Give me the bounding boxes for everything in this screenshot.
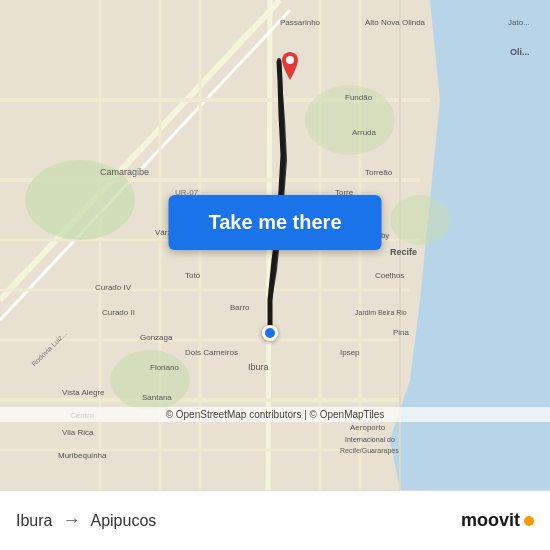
svg-text:Internacional do: Internacional do <box>345 436 395 443</box>
moovit-dot-icon <box>524 516 534 526</box>
svg-text:Fundão: Fundão <box>345 93 373 102</box>
svg-text:Dois Carneiros: Dois Carneiros <box>185 348 238 357</box>
svg-text:Torreão: Torreão <box>365 168 393 177</box>
map-attribution: © OpenStreetMap contributors | © OpenMap… <box>0 407 550 422</box>
destination-label: Apipucos <box>90 512 156 530</box>
svg-text:Recife: Recife <box>390 247 417 257</box>
svg-text:Ibura: Ibura <box>248 362 269 372</box>
origin-label: Ibura <box>16 512 52 530</box>
map-container: Camaragibe Várzea Recife Torre Barro Der… <box>0 0 550 490</box>
svg-text:Barro: Barro <box>230 303 250 312</box>
svg-text:Jardim Beira Rio: Jardim Beira Rio <box>355 309 407 316</box>
bottom-bar: Ibura → Apipucos moovit <box>0 490 550 550</box>
svg-text:Santana: Santana <box>142 393 172 402</box>
svg-text:Floriano: Floriano <box>150 363 179 372</box>
svg-text:Camaragibe: Camaragibe <box>100 167 149 177</box>
moovit-logo: moovit <box>461 510 534 531</box>
moovit-brand-text: moovit <box>461 510 520 531</box>
svg-text:Pina: Pina <box>393 328 410 337</box>
svg-text:Aeroporto: Aeroporto <box>350 423 386 432</box>
svg-text:Alto Nova Olinda: Alto Nova Olinda <box>365 18 426 27</box>
svg-text:Vista Alegre: Vista Alegre <box>62 388 105 397</box>
svg-text:Curado IV: Curado IV <box>95 283 132 292</box>
svg-text:Ipsep: Ipsep <box>340 348 360 357</box>
route-info: Ibura → Apipucos <box>16 510 461 531</box>
svg-text:Passarinho: Passarinho <box>280 18 321 27</box>
destination-pin <box>278 52 302 84</box>
svg-text:Gonzaga: Gonzaga <box>140 333 173 342</box>
take-me-there-button[interactable]: Take me there <box>168 195 381 250</box>
svg-text:Arruda: Arruda <box>352 128 377 137</box>
svg-text:Jato...: Jato... <box>508 18 530 27</box>
svg-text:Oli...: Oli... <box>510 47 530 57</box>
svg-point-57 <box>286 56 294 64</box>
route-arrow-icon: → <box>62 510 80 531</box>
origin-pin <box>262 325 278 341</box>
svg-text:Curado II: Curado II <box>102 308 135 317</box>
svg-point-21 <box>390 195 450 245</box>
svg-text:Muribequinha: Muribequinha <box>58 451 107 460</box>
svg-text:Coelhos: Coelhos <box>375 271 404 280</box>
svg-text:Vila Rica: Vila Rica <box>62 428 94 437</box>
svg-text:Recife/Guararapes: Recife/Guararapes <box>340 447 399 455</box>
svg-text:Totó: Totó <box>185 271 201 280</box>
